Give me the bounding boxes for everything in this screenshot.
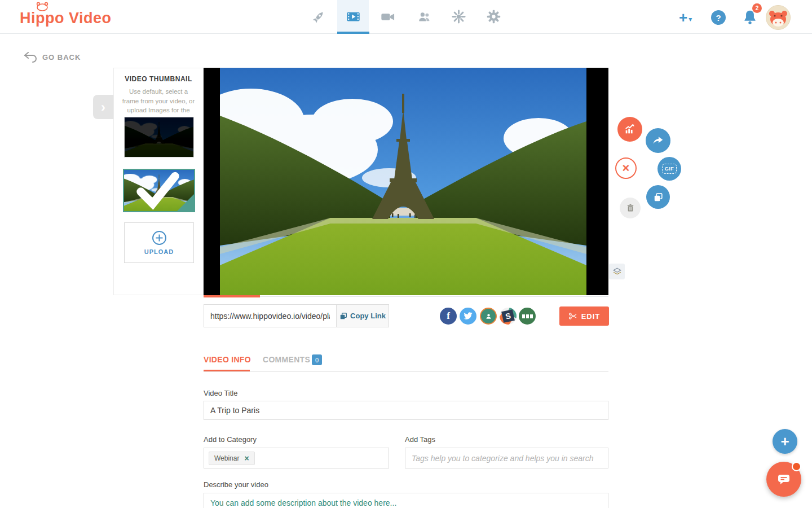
nav-active-underline [337, 32, 369, 34]
video-url-input[interactable] [204, 304, 337, 327]
create-new-button[interactable]: + ▾ [679, 10, 699, 25]
tags-input[interactable] [405, 448, 608, 468]
create-gif-button[interactable]: GIF [657, 157, 681, 181]
user-avatar[interactable] [766, 5, 791, 30]
tab-comments[interactable]: COMMENTS [263, 355, 310, 364]
hippo-avatar-icon [766, 6, 790, 29]
tab-video-info[interactable]: VIDEO INFO [204, 355, 251, 364]
video-title-label: Video Title [204, 389, 237, 397]
share-s-app-button[interactable]: S [500, 308, 517, 325]
chevron-right-icon: › [101, 99, 105, 115]
caret-down-icon: ▾ [689, 15, 692, 23]
layers-icon [612, 267, 622, 277]
tags-label: Add Tags [405, 435, 435, 444]
upload-label: UPLOAD [144, 248, 174, 255]
top-navbar: Hippo Video [0, 0, 812, 34]
comments-count-badge: 0 [312, 354, 322, 365]
facebook-icon: f [447, 310, 450, 322]
hippo-logo-icon [35, 1, 50, 11]
floating-add-button[interactable]: + [773, 429, 797, 454]
share-facebook-button[interactable]: f [440, 308, 457, 325]
copy-link-button[interactable]: Copy Link [336, 304, 389, 327]
share-more-button[interactable] [519, 308, 536, 325]
collapse-panel-chevron-button[interactable]: › [93, 95, 113, 119]
edit-label: EDIT [581, 312, 601, 321]
trash-icon [626, 203, 635, 213]
plus-icon: + [679, 11, 687, 24]
chat-notification-dot [792, 462, 801, 471]
video-frame-eiffel-tower [220, 68, 586, 295]
duplicate-button[interactable] [646, 185, 670, 209]
copy-icon [339, 312, 347, 320]
copy-link-label: Copy Link [350, 312, 386, 320]
go-back-label: GO BACK [42, 53, 81, 62]
stats-icon [624, 123, 636, 135]
scissors-icon [568, 312, 577, 320]
category-chip-webinar: Webinar × [209, 452, 255, 465]
share-twitter-button[interactable] [460, 308, 476, 325]
description-textarea[interactable]: You can add some description about the v… [204, 493, 608, 508]
edit-video-button[interactable]: EDIT [559, 306, 609, 326]
upload-thumbnail-button[interactable]: UPLOAD [124, 222, 194, 263]
video-progress-bar[interactable] [204, 295, 260, 297]
notification-count-badge: 2 [752, 3, 762, 13]
chat-bubble-icon [776, 473, 791, 485]
question-mark-icon: ? [716, 13, 721, 23]
more-dots-icon [526, 314, 529, 318]
go-back-button[interactable]: GO BACK [24, 52, 81, 63]
describe-label: Describe your video [204, 480, 268, 489]
thumbnail-option-dark[interactable] [124, 117, 194, 157]
remove-chip-icon[interactable]: × [244, 454, 249, 462]
nav-videos-film-icon[interactable] [337, 0, 369, 33]
plus-icon: + [780, 433, 789, 450]
person-icon [485, 313, 492, 320]
gif-icon: GIF [662, 164, 677, 174]
check-icon [123, 169, 193, 211]
hippo-video-logo[interactable]: Hippo Video [20, 10, 112, 27]
nav-teams-users-icon[interactable] [408, 0, 440, 33]
nav-getting-started-rocket-icon[interactable] [303, 0, 334, 33]
nav-settings-gear-icon[interactable] [478, 0, 509, 33]
more-dots-icon [522, 314, 525, 318]
video-player[interactable] [204, 68, 608, 295]
twitter-bird-icon [464, 312, 473, 320]
layers-button[interactable] [609, 264, 625, 279]
share-button[interactable] [646, 128, 670, 153]
tabs-divider [204, 371, 608, 372]
help-button[interactable]: ? [711, 10, 726, 25]
category-chip-label: Webinar [214, 454, 239, 462]
plus-circle-icon [152, 230, 167, 246]
s-app-icon: S [501, 309, 515, 323]
video-progress-track [260, 296, 608, 297]
share-arrow-icon [652, 134, 664, 147]
page: Hippo Video [0, 0, 812, 508]
video-thumbnail-panel: VIDEO THUMBNAIL Use default, select a fr… [113, 68, 204, 295]
thumbnail-panel-title: VIDEO THUMBNAIL [114, 75, 203, 83]
back-arrow-icon [24, 52, 37, 63]
thumbnail-option-selected[interactable] [123, 169, 195, 212]
duplicate-icon [653, 192, 664, 203]
share-contacts-button[interactable] [480, 308, 497, 325]
category-label: Add to Category [204, 435, 257, 444]
more-dots-icon [530, 314, 533, 318]
nav-integrations-icon[interactable] [443, 0, 474, 33]
video-title-input[interactable] [204, 401, 608, 420]
analytics-button[interactable] [617, 117, 642, 142]
delete-button[interactable] [620, 198, 641, 218]
category-input[interactable]: Webinar × [204, 448, 389, 468]
close-x-icon: × [623, 162, 630, 174]
close-button[interactable]: × [615, 157, 637, 179]
nav-record-camera-icon[interactable] [372, 0, 404, 33]
